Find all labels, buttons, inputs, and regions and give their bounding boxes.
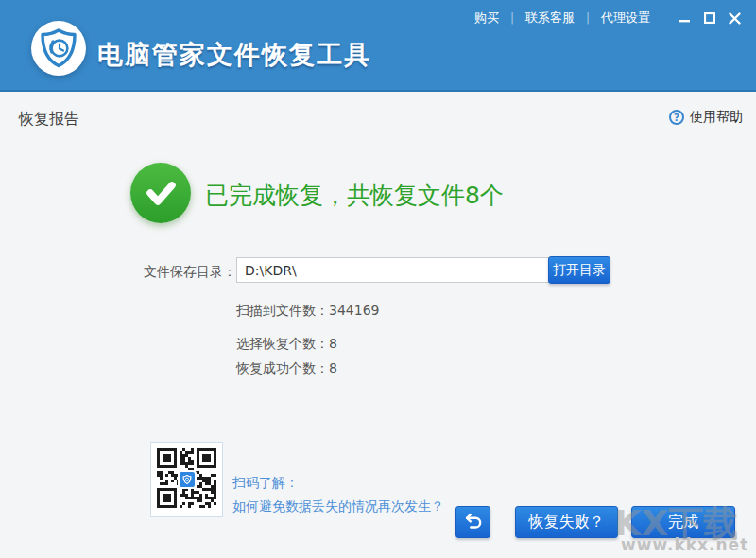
- save-directory-label: 文件保存目录：: [144, 264, 236, 281]
- stat-value: 344169: [329, 303, 379, 320]
- close-icon[interactable]: [724, 9, 745, 27]
- open-directory-button[interactable]: 打开目录: [548, 256, 610, 284]
- watermark-url: www.kkx.net: [621, 535, 748, 554]
- top-menu: 购买 | 联系客服 | 代理设置: [463, 8, 745, 28]
- app-window: 购买 | 联系客服 | 代理设置: [0, 0, 756, 558]
- menu-item-buy[interactable]: 购买: [463, 8, 510, 28]
- selected-files-stat: 选择恢复个数：8: [236, 336, 337, 353]
- qr-code: [150, 442, 223, 517]
- qr-caption-title: 扫码了解：: [232, 475, 299, 492]
- success-checkmark-icon: [130, 163, 191, 223]
- stat-label: 扫描到文件数：: [236, 303, 329, 320]
- undo-arrow-icon: [463, 511, 484, 534]
- done-button[interactable]: 完成: [631, 506, 735, 538]
- minimize-icon[interactable]: [675, 9, 696, 27]
- window-controls: [675, 9, 745, 27]
- app-logo-shield-clock-icon: [30, 20, 87, 77]
- maximize-icon[interactable]: [699, 9, 720, 27]
- qr-caption-question: 如何避免数据丢失的情况再次发生？: [232, 498, 444, 515]
- stat-label: 选择恢复个数：: [236, 336, 329, 353]
- stat-value: 8: [329, 336, 337, 353]
- header-bar: 购买 | 联系客服 | 代理设置: [0, 0, 756, 92]
- page-title: 恢复报告: [19, 110, 79, 130]
- stat-value: 8: [329, 360, 337, 377]
- stat-label: 恢复成功个数：: [236, 360, 329, 377]
- back-button[interactable]: [455, 506, 490, 538]
- qr-center-shield-icon: [178, 470, 197, 489]
- menu-item-contact-support[interactable]: 联系客服: [514, 8, 586, 28]
- help-label: 使用帮助: [690, 109, 743, 126]
- app-title: 电脑管家文件恢复工具: [97, 38, 371, 72]
- question-mark-icon: ?: [669, 110, 684, 125]
- recovery-complete-message: 已完成恢复，共恢复文件8个: [205, 180, 504, 211]
- recovery-failed-button[interactable]: 恢复失败？: [515, 506, 618, 538]
- menu-item-proxy-settings[interactable]: 代理设置: [590, 8, 662, 28]
- recovered-files-stat: 恢复成功个数：8: [236, 360, 337, 377]
- scanned-files-stat: 扫描到文件数：344169: [236, 303, 379, 320]
- help-button[interactable]: ? 使用帮助: [669, 109, 743, 126]
- save-directory-input[interactable]: [236, 257, 549, 283]
